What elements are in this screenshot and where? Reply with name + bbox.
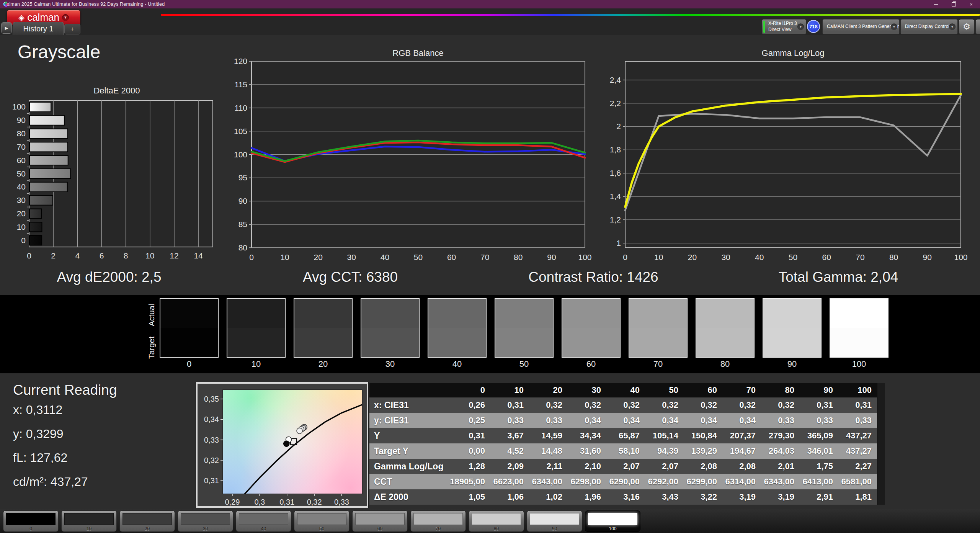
meter-mode-badge[interactable]: 718: [807, 20, 820, 33]
table-cell: 0,34: [722, 413, 761, 428]
tab-list-button[interactable]: ▶: [1, 22, 12, 34]
table-cell: 31,60: [568, 443, 606, 459]
collapse-panel-button[interactable]: ◀: [975, 19, 980, 34]
settings-button[interactable]: ⚙: [959, 19, 975, 34]
swatch-target-half: [763, 328, 821, 357]
pattern-level-button-100[interactable]: 100: [585, 510, 640, 532]
svg-text:30: 30: [347, 253, 356, 262]
chevron-down-icon: ▼: [62, 14, 69, 21]
pattern-level-button-20[interactable]: 20: [119, 510, 175, 532]
swatch-level-label: 0: [160, 359, 219, 369]
tab-label: History 1: [23, 25, 54, 33]
pattern-level-button-90[interactable]: 90: [527, 510, 582, 532]
svg-text:10: 10: [280, 253, 289, 262]
svg-text:0,32: 0,32: [307, 498, 322, 506]
calman-application-window: Calman 2025 Calman Ultimate for Business…: [0, 0, 980, 533]
table-cell: 0,34: [645, 413, 684, 428]
table-row-label: Gamma Log/Log: [369, 459, 452, 474]
table-cell: 0,32: [606, 397, 645, 413]
meter-line1: CalMAN Client 3 Pattern Generator: [827, 24, 899, 30]
svg-text:1,2: 1,2: [610, 215, 621, 224]
svg-text:30: 30: [721, 253, 730, 262]
table-cell: 0,34: [606, 413, 645, 428]
table-row: x: CIE310,260,310,320,320,320,320,320,32…: [369, 397, 877, 413]
swatch-level-label: 80: [696, 359, 755, 369]
svg-text:2,4: 2,4: [610, 75, 621, 84]
svg-text:50: 50: [789, 253, 797, 262]
swatch-actual-half: [763, 299, 821, 328]
calman-logo-icon: ◈: [18, 13, 24, 21]
svg-text:2: 2: [51, 251, 56, 260]
table-cell: 0,33: [838, 413, 877, 428]
table-cell: 139,29: [684, 443, 722, 459]
svg-text:0: 0: [623, 253, 627, 262]
table-header-col: 10: [490, 383, 529, 397]
pattern-level-label: 40: [236, 526, 291, 531]
meter-display-control[interactable]: Direct Display Control ▼: [900, 19, 958, 34]
swatch-target-half: [696, 328, 754, 357]
svg-text:0,3: 0,3: [254, 498, 265, 506]
table-header-col: 70: [722, 383, 761, 397]
table-header-row: 0102030405060708090100: [369, 383, 877, 397]
table-cell: 3,19: [722, 489, 761, 505]
grayscale-swatch-80: [696, 298, 755, 358]
table-cell: 94,39: [645, 443, 684, 459]
svg-text:0: 0: [21, 236, 26, 245]
svg-text:110: 110: [235, 103, 247, 112]
table-header-label: [369, 383, 452, 397]
table-cell: 0,32: [722, 397, 761, 413]
table-cell: 1,06: [490, 489, 529, 505]
pattern-level-button-30[interactable]: 30: [178, 510, 233, 532]
swatch-level-label: 90: [763, 359, 822, 369]
table-cell: 0,32: [645, 397, 684, 413]
chevron-down-icon: ▼: [891, 24, 897, 30]
svg-text:1: 1: [616, 239, 621, 247]
close-button[interactable]: ×: [962, 0, 980, 8]
grayscale-swatch-60: [562, 298, 621, 358]
table-cell: 0,31: [800, 397, 838, 413]
table-scrollbar[interactable]: [877, 383, 885, 505]
add-tab-button[interactable]: +: [64, 24, 80, 34]
table-cell: 437,27: [838, 428, 877, 443]
table-cell: 0,34: [568, 413, 606, 428]
pattern-level-button-70[interactable]: 70: [410, 510, 466, 532]
svg-text:90: 90: [238, 196, 247, 205]
svg-text:0,33: 0,33: [204, 436, 219, 444]
current-reading-fl: fL: 127,62: [13, 451, 67, 465]
pattern-level-button-10[interactable]: 10: [61, 510, 117, 532]
svg-text:0,31: 0,31: [279, 498, 294, 506]
maximize-button[interactable]: [945, 0, 962, 8]
table-header-col: 60: [684, 383, 722, 397]
svg-text:90: 90: [923, 253, 932, 262]
swatch-level-label: 100: [830, 359, 889, 369]
swatch-level-label: 40: [428, 359, 487, 369]
table-cell: 0,33: [529, 413, 568, 428]
page-title: Grayscale: [18, 41, 100, 62]
meter-line1: Direct Display Control: [905, 24, 949, 30]
svg-text:1,8: 1,8: [610, 145, 621, 154]
svg-text:70: 70: [856, 253, 864, 262]
pattern-level-button-60[interactable]: 60: [352, 510, 408, 532]
pattern-level-button-0[interactable]: 0: [3, 510, 59, 532]
table-cell: 1,02: [529, 489, 568, 505]
app-icon: [3, 2, 9, 7]
pattern-level-label: 50: [294, 526, 349, 531]
pattern-swatch: [122, 513, 172, 525]
svg-text:100: 100: [954, 253, 967, 262]
table-cell: 1,75: [800, 459, 838, 474]
pattern-level-button-50[interactable]: 50: [294, 510, 350, 532]
svg-text:100: 100: [12, 102, 26, 111]
table-cell: 6343,00: [761, 474, 800, 489]
swatch-target-half: [160, 328, 218, 357]
pattern-level-button-40[interactable]: 40: [236, 510, 291, 532]
table-cell: 0,31: [838, 397, 877, 413]
meter-colorimeter[interactable]: X-Rite i1Pro 3 Direct View ▼: [762, 19, 806, 34]
table-cell: 3,22: [684, 489, 722, 505]
pattern-level-button-80[interactable]: 80: [469, 510, 524, 532]
meter-pattern-generator[interactable]: CalMAN Client 3 Pattern Generator ▼: [822, 19, 900, 34]
svg-text:60: 60: [17, 156, 26, 165]
table-row-label: Y: [369, 428, 452, 443]
minimize-button[interactable]: [927, 0, 945, 8]
table-cell: 0,33: [761, 413, 800, 428]
tab-history-1[interactable]: History 1: [13, 22, 64, 35]
